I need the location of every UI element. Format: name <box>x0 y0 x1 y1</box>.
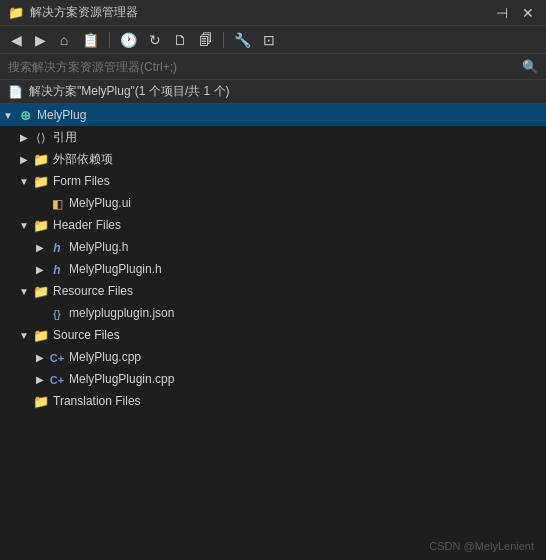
item-type-icon: {} <box>48 306 66 321</box>
solution-header-label: 解决方案"MelyPlug"(1 个项目/共 1 个) <box>29 83 230 100</box>
item-label: MelyPlug.cpp <box>69 350 141 364</box>
item-label: melyplugplugin.json <box>69 306 174 320</box>
tree-item-form-files[interactable]: ▼ 📁 Form Files <box>0 170 546 192</box>
item-label: MelyPlug <box>37 108 86 122</box>
search-bar: 🔍 <box>0 54 546 80</box>
item-type-icon: 📁 <box>32 218 50 233</box>
item-label: MelyPlugPlugin.h <box>69 262 162 276</box>
item-label: Form Files <box>53 174 110 188</box>
item-type-icon: h <box>48 240 66 255</box>
watermark-text: CSDN @MelyLenient <box>429 540 534 552</box>
item-type-icon: C+ <box>48 372 66 387</box>
item-label: Header Files <box>53 218 121 232</box>
settings-button[interactable]: 🔧 <box>230 30 255 50</box>
close-icon: ✕ <box>522 5 534 21</box>
new-file-icon: 🗋 <box>173 32 187 48</box>
item-type-icon: 📁 <box>32 174 50 189</box>
item-type-icon: 📁 <box>32 152 50 167</box>
toolbar-separator-2 <box>223 32 224 48</box>
settings-icon: 🔧 <box>234 32 251 48</box>
back-icon: ◀ <box>11 32 22 48</box>
search-icon: 🔍 <box>522 59 538 74</box>
toolbar-separator-1 <box>109 32 110 48</box>
title-bar-right: ⊣ ✕ <box>492 3 538 23</box>
arrow-icon: ▼ <box>0 110 16 121</box>
arrow-icon: ▶ <box>32 352 48 363</box>
pin-icon: ⊣ <box>496 5 508 21</box>
copy-icon: 🗐 <box>199 32 213 48</box>
tree-item-resource-files[interactable]: ▼ 📁 Resource Files <box>0 280 546 302</box>
forward-icon: ▶ <box>35 32 46 48</box>
item-type-icon: h <box>48 262 66 277</box>
arrow-icon: ▼ <box>16 330 32 341</box>
home-button[interactable]: ⌂ <box>54 30 74 50</box>
arrow-icon: ▶ <box>32 374 48 385</box>
arrow-icon: ▼ <box>16 286 32 297</box>
item-label: MelyPlug.h <box>69 240 128 254</box>
item-label: 外部依赖项 <box>53 151 113 168</box>
item-type-icon: C+ <box>48 350 66 365</box>
tree-item-header-files[interactable]: ▼ 📁 Header Files <box>0 214 546 236</box>
scope-icon: ⊡ <box>263 32 275 48</box>
title-bar: 📁 解决方案资源管理器 ⊣ ✕ <box>0 0 546 26</box>
solution-header: 📄 解决方案"MelyPlug"(1 个项目/共 1 个) <box>0 80 546 104</box>
scope-button[interactable]: ⊡ <box>259 30 279 50</box>
home-icon: ⌂ <box>60 32 68 48</box>
item-label: MelyPlugPlugin.cpp <box>69 372 174 386</box>
arrow-icon: ▶ <box>32 242 48 253</box>
tree-item-melypluginplugin-json[interactable]: {} melyplugplugin.json <box>0 302 546 324</box>
refresh-icon: ↻ <box>149 32 161 48</box>
solution-header-icon: 📄 <box>8 85 23 99</box>
tree-item-melyplug-cpp[interactable]: ▶ C+ MelyPlug.cpp <box>0 346 546 368</box>
watermark: CSDN @MelyLenient <box>429 540 534 552</box>
title-bar-left: 📁 解决方案资源管理器 <box>8 4 138 21</box>
item-label: Resource Files <box>53 284 133 298</box>
forward-button[interactable]: ▶ <box>30 30 50 50</box>
item-type-icon: 📁 <box>32 394 50 409</box>
item-type-icon: 📁 <box>32 328 50 343</box>
arrow-icon: ▶ <box>16 132 32 143</box>
tree-item-source-files[interactable]: ▼ 📁 Source Files <box>0 324 546 346</box>
tree-item-melypluginplugin-h[interactable]: ▶ h MelyPlugPlugin.h <box>0 258 546 280</box>
search-input[interactable] <box>8 60 522 74</box>
properties-button[interactable]: 📋 <box>78 30 103 50</box>
solution-explorer-panel: 📁 解决方案资源管理器 ⊣ ✕ ◀ ▶ ⌂ 📋 🕐 <box>0 0 546 560</box>
history-icon: 🕐 <box>120 32 137 48</box>
item-type-icon: 📁 <box>32 284 50 299</box>
tree-item-external-deps[interactable]: ▶ 📁 外部依赖项 <box>0 148 546 170</box>
solution-explorer-icon: 📁 <box>8 5 24 20</box>
arrow-icon: ▶ <box>32 264 48 275</box>
tree-item-melypluginplugin-cpp[interactable]: ▶ C+ MelyPlugPlugin.cpp <box>0 368 546 390</box>
properties-icon: 📋 <box>82 32 99 48</box>
item-type-icon: ◧ <box>48 196 66 211</box>
item-label: Translation Files <box>53 394 141 408</box>
back-button[interactable]: ◀ <box>6 30 26 50</box>
item-label: 引用 <box>53 129 77 146</box>
pin-button[interactable]: ⊣ <box>492 3 512 23</box>
history-button[interactable]: 🕐 <box>116 30 141 50</box>
copy-button[interactable]: 🗐 <box>195 30 217 50</box>
tree-item-translation-files[interactable]: 📁 Translation Files <box>0 390 546 412</box>
arrow-icon: ▼ <box>16 220 32 231</box>
item-type-icon: ⊕ <box>16 108 34 123</box>
arrow-icon: ▼ <box>16 176 32 187</box>
tree-item-references[interactable]: ▶ ⟨⟩ 引用 <box>0 126 546 148</box>
title-bar-label: 解决方案资源管理器 <box>30 4 138 21</box>
file-tree: ▼ ⊕ MelyPlug ▶ ⟨⟩ 引用 ▶ 📁 外部依赖项 ▼ 📁 Form … <box>0 104 546 412</box>
tree-item-melyplug-h[interactable]: ▶ h MelyPlug.h <box>0 236 546 258</box>
tree-item-melyplug-ui[interactable]: ◧ MelyPlug.ui <box>0 192 546 214</box>
item-label: Source Files <box>53 328 120 342</box>
arrow-icon: ▶ <box>16 154 32 165</box>
item-label: MelyPlug.ui <box>69 196 131 210</box>
close-button[interactable]: ✕ <box>518 3 538 23</box>
item-type-icon: ⟨⟩ <box>32 130 50 145</box>
toolbar: ◀ ▶ ⌂ 📋 🕐 ↻ 🗋 🗐 🔧 ⊡ <box>0 26 546 54</box>
refresh-button[interactable]: ↻ <box>145 30 165 50</box>
tree-item-mellyplug-root[interactable]: ▼ ⊕ MelyPlug <box>0 104 546 126</box>
new-file-button[interactable]: 🗋 <box>169 30 191 50</box>
tree-container: ▼ ⊕ MelyPlug ▶ ⟨⟩ 引用 ▶ 📁 外部依赖项 ▼ 📁 Form … <box>0 104 546 560</box>
